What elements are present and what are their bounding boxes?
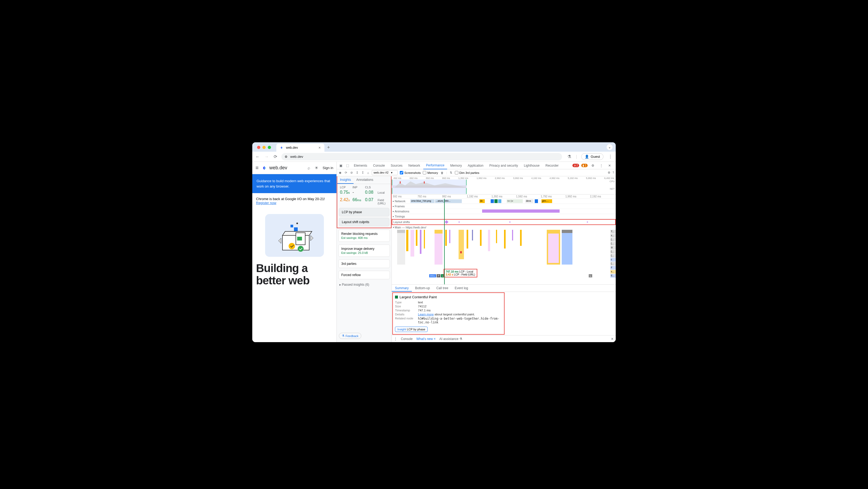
tab-sources[interactable]: Sources <box>388 162 405 169</box>
perf-gear-icon[interactable]: ⚙ <box>608 171 610 174</box>
layout-shift-diamond[interactable] <box>458 221 460 223</box>
settings-icon[interactable]: ⇅ <box>449 170 453 175</box>
network-block[interactable]: ne (w <box>507 199 523 203</box>
gear-icon[interactable]: ⚙ <box>590 163 596 169</box>
track-layout-shifts[interactable]: Layout shifts <box>392 219 616 225</box>
home-icon[interactable]: ⌂ <box>367 171 370 175</box>
search-icon[interactable]: ⌕ <box>308 166 310 170</box>
layout-shift-diamond[interactable] <box>509 221 511 223</box>
site-settings-icon[interactable]: ⚙ <box>285 155 287 159</box>
close-window-button[interactable] <box>257 146 260 149</box>
dim3p-checkbox[interactable]: Dim 3rd parties <box>455 171 479 174</box>
tab-network[interactable]: Network <box>406 162 423 169</box>
tracks[interactable]: ▸Network ome-blue_720.png ...ature_480..… <box>392 199 616 284</box>
track-timings[interactable]: ▸Timings <box>392 214 616 219</box>
track-main[interactable]: ▾Main — https://web.dev/ <box>392 225 616 230</box>
screenshots-checkbox[interactable]: Screenshots <box>400 171 421 174</box>
drawer-whatsnew[interactable]: What's new × <box>416 337 436 341</box>
upload-icon[interactable]: ↥ <box>355 170 359 175</box>
hamburger-menu-icon[interactable]: ≡ <box>255 165 259 171</box>
reload-button[interactable]: ⟳ <box>273 153 278 160</box>
drawer-ai[interactable]: AI assistance ⚗ <box>439 337 462 341</box>
tab-privacy[interactable]: Privacy and security <box>487 162 521 169</box>
clear-icon[interactable]: ⊘ <box>350 170 353 175</box>
tab-memory[interactable]: Memory <box>447 162 464 169</box>
tab-lighthouse[interactable]: Lighthouse <box>521 162 542 169</box>
tab-annotations[interactable]: Annotations <box>353 176 376 184</box>
network-block[interactable]: de <box>479 199 485 203</box>
insight-lcp-phase[interactable]: LCP by phase <box>339 208 390 217</box>
signin-link[interactable]: Sign in <box>322 166 333 170</box>
trace-select[interactable]: web.dev #2 ▾ <box>372 170 398 175</box>
track-frames[interactable]: ▸Frames <box>392 204 616 209</box>
record-icon[interactable]: ◉ <box>338 170 342 175</box>
network-block[interactable] <box>535 199 538 203</box>
network-block[interactable]: ome-blue_720.png <box>410 199 435 203</box>
profile-button[interactable]: 👤 Guest <box>581 153 603 160</box>
track-animations[interactable]: ▸Animations <box>392 209 616 214</box>
insight-image-delivery[interactable]: Improve image delivery Est savings: 25.0… <box>338 244 390 257</box>
inspect-icon[interactable]: ▣ <box>338 163 344 169</box>
tab-bottomup[interactable]: Bottom-up <box>412 285 433 292</box>
tab-recorder[interactable]: Recorder <box>543 162 561 169</box>
error-badge[interactable]: ⊘2 <box>572 164 579 167</box>
layout-shift-diamond[interactable] <box>587 221 588 223</box>
passed-insights[interactable]: ▸ Passed insights (6) <box>337 281 392 289</box>
network-block[interactable] <box>491 199 494 203</box>
network-block[interactable]: devs <box>525 199 533 203</box>
related-node[interactable]: h3#building-a-better-web-together.hide-f… <box>418 317 502 324</box>
tab-performance[interactable]: Performance <box>423 162 447 169</box>
devtools-close-icon[interactable]: ✕ <box>607 163 613 169</box>
track-network[interactable]: ▸Network ome-blue_720.png ...ature_480..… <box>392 199 616 204</box>
devtools-menu-icon[interactable]: ⋮ <box>598 163 604 169</box>
insight-3rd-parties[interactable]: 3rd parties <box>338 259 390 268</box>
browser-menu-icon[interactable]: ⋮ <box>608 153 613 160</box>
help-icon[interactable]: ? <box>613 171 614 174</box>
tab-summary[interactable]: Summary <box>392 285 412 292</box>
maximize-window-button[interactable] <box>268 146 271 149</box>
minimize-window-button[interactable] <box>262 146 266 149</box>
insight-render-blocking[interactable]: Render blocking requests Est savings: 40… <box>338 230 390 242</box>
network-block[interactable] <box>498 199 501 203</box>
url-input[interactable]: ⚙ web.dev <box>281 153 562 161</box>
tab-console[interactable]: Console <box>370 162 388 169</box>
labs-icon[interactable]: ⚗ <box>567 153 571 160</box>
insight-forced-reflow[interactable]: Forced reflow <box>338 271 390 279</box>
tab-elements[interactable]: Elements <box>351 162 370 169</box>
insight-layout-shift[interactable]: Layout shift culprits <box>339 218 390 226</box>
tab-eventlog[interactable]: Event log <box>452 285 471 292</box>
back-button[interactable]: ← <box>255 154 260 160</box>
feedback-button[interactable]: ⚗ Feedback <box>339 333 361 339</box>
device-toggle-icon[interactable]: ⬚ <box>344 163 351 169</box>
animation-block[interactable] <box>482 209 560 213</box>
gc-icon[interactable]: 🗑 <box>440 171 444 175</box>
insight-link-button[interactable]: Insight LCP by phase <box>395 327 428 332</box>
tab-menu-button[interactable]: ⌄ <box>607 144 613 150</box>
new-tab-button[interactable]: + <box>324 143 333 152</box>
reload-record-icon[interactable]: ⟳ <box>344 170 348 175</box>
drawer-console[interactable]: Console <box>401 337 413 341</box>
timeline-overview[interactable]: 492 ms692 ms892 ms992 ms1,392 ms1,992 ms… <box>392 176 616 195</box>
insights-tabs: Insights Annotations <box>337 176 391 184</box>
close-tab-icon[interactable]: × <box>318 146 321 150</box>
webdev-logo[interactable]: web.dev <box>262 165 287 171</box>
network-block[interactable]: gtm.... <box>541 199 552 203</box>
browser-tab[interactable]: web.dev × <box>276 144 324 152</box>
tab-insights[interactable]: Insights <box>337 176 353 184</box>
memory-checkbox[interactable]: Memory <box>423 171 438 174</box>
network-block[interactable]: ...ature_480... <box>435 199 462 203</box>
theme-toggle-icon[interactable]: ☀ <box>314 165 318 170</box>
network-block[interactable] <box>494 199 498 203</box>
download-icon[interactable]: ↧ <box>361 170 365 175</box>
learn-more-link[interactable]: Learn more <box>418 313 434 316</box>
forward-button[interactable]: → <box>264 154 269 160</box>
register-link[interactable]: Register now <box>256 201 276 205</box>
drawer-menu-icon[interactable]: ⋮ <box>394 337 397 341</box>
warning-badge[interactable]: ▮1 <box>581 164 588 167</box>
flame-chart[interactable]: T...x...(...(...Iz(...(...c(...Fs...E...… <box>392 230 616 278</box>
summary-content: Largest Contentful Paint Typetext Size74… <box>392 292 504 335</box>
tab-calltree[interactable]: Call tree <box>433 285 452 292</box>
tab-application[interactable]: Application <box>465 162 486 169</box>
drawer-close-icon[interactable]: ✕ <box>611 337 614 341</box>
layout-shift-diamond[interactable] <box>445 220 448 224</box>
